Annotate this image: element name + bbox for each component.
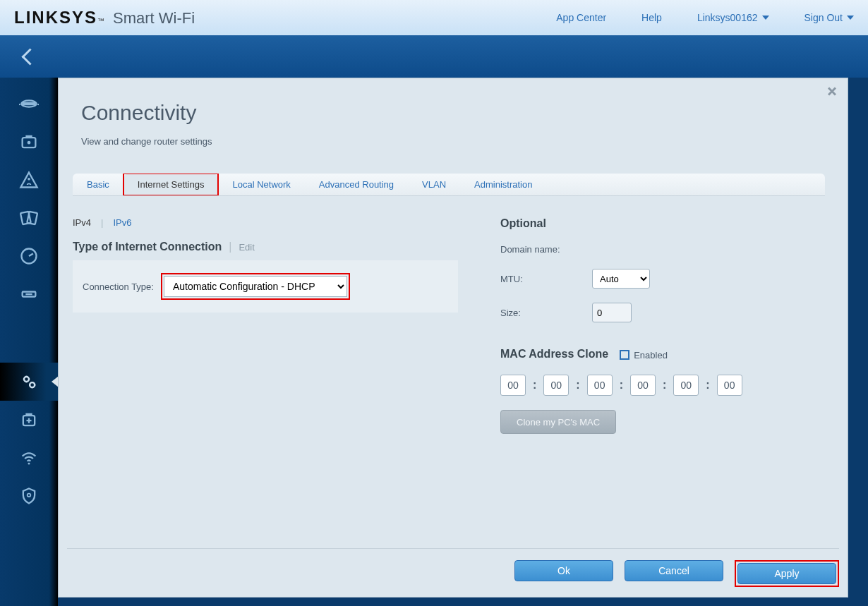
mac-sep: : xyxy=(533,379,536,392)
separator: | xyxy=(229,241,231,253)
connection-type-row: Connection Type: Automatic Configuration… xyxy=(73,260,458,313)
nav-help-label: Help xyxy=(641,12,662,23)
bluebar xyxy=(0,35,868,78)
mac-octet-5[interactable]: 00 xyxy=(673,375,699,396)
nav-device-label: Linksys00162 xyxy=(697,12,758,23)
sidebar-item-wireless[interactable] xyxy=(0,439,58,477)
section-optional: Optional xyxy=(500,217,825,230)
sidebar-item-speed[interactable] xyxy=(0,237,58,275)
highlight-box: Automatic Configuration - DHCP xyxy=(161,273,350,300)
column-left: IPv4 | IPv6 Type of Internet Connection … xyxy=(73,217,458,434)
svg-point-9 xyxy=(30,382,35,387)
tab-internet-label: Internet Settings xyxy=(138,179,205,190)
mac-sep: : xyxy=(576,379,579,392)
mac-octet-4[interactable]: 00 xyxy=(630,375,656,396)
footer: Ok Cancel Apply xyxy=(67,548,839,587)
domain-name-label: Domain name: xyxy=(500,244,578,255)
row-domain-name: Domain name: xyxy=(500,244,825,255)
tabs: Basic Internet Settings Local Network Ad… xyxy=(73,174,825,196)
svg-rect-5 xyxy=(27,212,37,224)
svg-point-11 xyxy=(28,463,30,465)
sidebar-item-usb[interactable] xyxy=(0,275,58,313)
nav-app-center[interactable]: App Center xyxy=(556,12,606,23)
nav-app-center-label: App Center xyxy=(556,12,606,23)
connection-type-select[interactable]: Automatic Configuration - DHCP xyxy=(164,276,347,297)
size-input[interactable] xyxy=(592,303,632,322)
connection-type-label: Connection Type: xyxy=(83,281,154,292)
mac-sep: : xyxy=(663,379,666,392)
enabled-label: Enabled xyxy=(634,350,668,360)
highlight-box: Apply xyxy=(735,560,839,587)
tab-basic[interactable]: Basic xyxy=(73,174,123,195)
section-mac-clone: MAC Address Clone Enabled xyxy=(500,348,825,360)
sidebar-item-network[interactable] xyxy=(0,123,58,161)
ok-button[interactable]: Ok xyxy=(514,560,613,581)
svg-point-3 xyxy=(28,178,30,181)
sidebar-item-media[interactable] xyxy=(0,199,58,237)
panel-title: Connectivity xyxy=(81,101,825,125)
mac-octet-6[interactable]: 00 xyxy=(717,375,742,396)
topnav: App Center Help Linksys00162 Sign Out xyxy=(556,12,854,23)
sidebar-item-settings[interactable] xyxy=(0,363,58,401)
nav-device[interactable]: Linksys00162 xyxy=(697,12,769,23)
mtu-select[interactable]: Auto xyxy=(592,269,650,289)
tab-advanced-routing[interactable]: Advanced Routing xyxy=(305,174,408,195)
subtab-ipv6[interactable]: IPv6 xyxy=(113,217,131,228)
brand-logo: LINKSYS xyxy=(14,8,97,28)
mac-octet-3[interactable]: 00 xyxy=(587,375,613,396)
mac-sep: : xyxy=(620,379,623,392)
tab-vlan[interactable]: VLAN xyxy=(408,174,460,195)
sidebar-item-security[interactable] xyxy=(0,477,58,515)
mac-sep: : xyxy=(706,379,709,392)
topbar: LINKSYS™ Smart Wi-Fi App Center Help Lin… xyxy=(0,0,868,35)
size-label: Size: xyxy=(500,308,578,318)
sidebar-item-parental[interactable] xyxy=(0,161,58,199)
svg-point-2 xyxy=(28,141,31,145)
column-right: Optional Domain name: MTU: Auto Size: MA… xyxy=(500,217,825,434)
nav-signout-label: Sign Out xyxy=(804,12,843,23)
section-optional-label: Optional xyxy=(500,217,546,230)
chevron-down-icon xyxy=(762,16,769,20)
back-button[interactable] xyxy=(21,48,31,65)
svg-point-12 xyxy=(28,494,31,497)
tab-local-network[interactable]: Local Network xyxy=(218,174,304,195)
row-mtu: MTU: Auto xyxy=(500,269,825,289)
tab-administration[interactable]: Administration xyxy=(460,174,546,195)
clone-mac-button[interactable]: Clone my PC's MAC xyxy=(500,410,616,434)
section-connection-label: Type of Internet Connection xyxy=(73,241,222,253)
nav-signout[interactable]: Sign Out xyxy=(804,12,854,23)
row-size: Size: xyxy=(500,303,825,322)
tab-internet-settings[interactable]: Internet Settings xyxy=(123,174,219,195)
svg-point-8 xyxy=(24,377,29,382)
brand-subtitle: Smart Wi-Fi xyxy=(113,9,195,28)
apply-button[interactable]: Apply xyxy=(737,563,836,584)
trademark: ™ xyxy=(97,17,104,25)
edit-link[interactable]: Edit xyxy=(239,242,254,253)
panel: Connectivity View and change router sett… xyxy=(58,78,848,598)
enabled-checkbox-wrap[interactable]: Enabled xyxy=(620,349,668,360)
checkbox-icon xyxy=(620,350,629,360)
mac-address-row: 00: 00: 00: 00: 00: 00 xyxy=(500,375,825,396)
chevron-down-icon xyxy=(847,16,854,20)
nav-help[interactable]: Help xyxy=(641,12,662,23)
mtu-label: MTU: xyxy=(500,274,578,284)
sidebar xyxy=(0,78,58,606)
panel-subtitle: View and change router settings xyxy=(81,136,825,147)
separator: | xyxy=(101,217,103,228)
section-connection-type: Type of Internet Connection | Edit xyxy=(73,241,458,253)
brand: LINKSYS™ Smart Wi-Fi xyxy=(14,8,195,28)
mac-octet-2[interactable]: 00 xyxy=(543,375,569,396)
cancel-button[interactable]: Cancel xyxy=(625,560,723,581)
sidebar-item-troubleshoot[interactable] xyxy=(0,401,58,439)
mac-octet-1[interactable]: 00 xyxy=(500,375,526,396)
subtab-ipv4[interactable]: IPv4 xyxy=(73,217,91,228)
mac-section-label: MAC Address Clone xyxy=(500,348,608,360)
panel-header: Connectivity View and change router sett… xyxy=(59,78,848,159)
subtabs: IPv4 | IPv6 xyxy=(73,217,458,228)
content: IPv4 | IPv6 Type of Internet Connection … xyxy=(59,196,848,434)
sidebar-item-device[interactable] xyxy=(0,85,58,123)
